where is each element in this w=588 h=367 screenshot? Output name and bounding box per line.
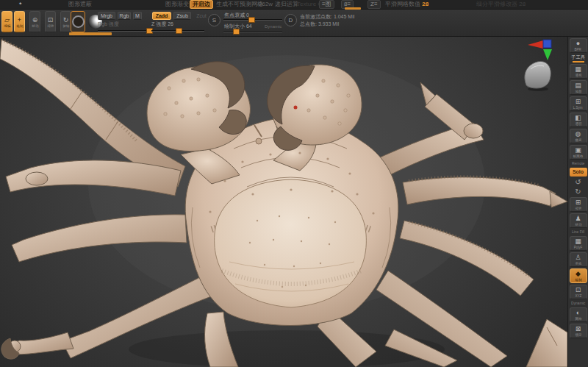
scale-icon: ⊡ <box>48 16 54 24</box>
mode-button-rotate[interactable]: ↻旋转 <box>60 11 71 32</box>
person-icon: ♟ <box>575 215 581 222</box>
frame-mesh-button[interactable]: ▣帧网格 <box>570 145 587 160</box>
draw-icon: + <box>18 16 21 24</box>
subtool-indicator-bar <box>573 61 584 63</box>
draw-size-slider[interactable] <box>223 29 282 33</box>
floor-grid-button[interactable]: ▤地面 <box>570 80 587 95</box>
top-strip: *图形遮蔽图形渐变开启边生成不可预测网格262w递归运算Texture Off≡… <box>0 0 588 10</box>
mode-button-move[interactable]: ⊕移动 <box>29 11 40 32</box>
axis-gizmo[interactable] <box>528 40 552 60</box>
strip-label-6: 细分平滑修改器 28 <box>476 1 526 8</box>
move-3d-button[interactable]: ♟移动 <box>570 213 587 228</box>
color-m-button[interactable]: M <box>133 12 142 20</box>
bpr-render-button[interactable]: ●BPR <box>570 38 587 53</box>
line-fill-label: Line Fill <box>572 229 584 234</box>
transpose-button[interactable]: ♙变换 <box>570 252 587 267</box>
cursor-marker <box>294 106 298 110</box>
tool-preview-thumbnail <box>525 61 551 91</box>
local-symmetry-button[interactable]: ⊞L.Sym <box>570 96 587 111</box>
top-shelf: ▱编辑+绘制⊕移动⊡缩放↻旋转 MrgbRgbM Rgb 强度 ZaddZsub… <box>0 10 588 37</box>
axis-origin-cube[interactable] <box>543 40 551 48</box>
mode-button-scale[interactable]: ⊡缩放 <box>45 11 56 32</box>
strip-label-2: 图形渐变 <box>165 1 189 8</box>
axes-icon: ⊞ <box>576 98 581 105</box>
z-intensity-label: Z 强度 26 <box>151 21 173 27</box>
lock-button[interactable]: ⊠锁定 <box>570 324 587 338</box>
strip-label-3: 生成不可预测网格 <box>216 1 263 8</box>
ghost-icon: ◍ <box>576 130 581 138</box>
strip-button-1[interactable]: ≡图 <box>319 0 334 9</box>
sculpt-zcut-button[interactable]: Zcut <box>193 12 209 20</box>
rotate-left-button[interactable]: ↺ <box>575 178 581 186</box>
rotate-right-button[interactable]: ↻ <box>575 188 581 196</box>
pen-icon: ◆ <box>576 270 581 277</box>
sphere2-icon: ◐ <box>576 309 580 316</box>
z-intensity-slider[interactable] <box>151 29 204 32</box>
sculpt-zadd-button[interactable]: Zadd <box>152 12 171 20</box>
dynamic-label: Dynamic <box>571 301 585 305</box>
floor-icon: ▤ <box>575 82 581 89</box>
strip-label-1: 图形遮蔽 <box>68 1 92 8</box>
sym-xyz-button[interactable]: ⊡XYZ <box>570 285 587 299</box>
solo-button[interactable]: Solo <box>570 168 587 177</box>
asterisk-icon[interactable]: * <box>19 1 22 8</box>
person2-icon: ♙ <box>575 254 581 261</box>
mesh-statistics: 当前激活点数: 1.045 Mil 总点数: 3.933 Mil <box>300 13 354 28</box>
brush-preview-icon <box>72 15 85 28</box>
scale-3d-button[interactable]: ⊞缩放 <box>570 197 587 212</box>
strip-label-4: 262w <box>259 1 273 8</box>
strip-smooth-label: 平滑网格数值 28 <box>385 1 429 8</box>
polyframe-button[interactable]: ▦PolyF <box>570 236 587 251</box>
ghostbox-icon: ◧ <box>575 114 581 121</box>
strip-button-2[interactable]: 8≡ <box>341 0 354 9</box>
lock-icon: ⊠ <box>576 325 581 332</box>
color-mrgb-button[interactable]: Mrgb <box>98 12 115 20</box>
axis-y-cone[interactable] <box>543 49 552 60</box>
strip-open-edges-button[interactable]: 开启边 <box>190 0 213 9</box>
active-brush-button[interactable]: ◆绘制 <box>570 268 587 283</box>
sphere-icon: ● <box>576 40 580 47</box>
grid2-icon: ▦ <box>575 238 581 245</box>
brush-selected-underline <box>69 32 112 35</box>
move-icon: ⊕ <box>32 16 38 24</box>
focal-shift-slider[interactable] <box>223 18 282 21</box>
total-points-stat: 总点数: 3.933 Mil <box>300 21 354 28</box>
rotate-icon: ↻ <box>63 16 69 24</box>
right-shelf: ●BPR子工具▦透视▤地面⊞L.Sym◧透明◍幽灵▣帧网格RemoteSolo↺… <box>567 37 588 367</box>
zbrush-window: *图形遮蔽图形渐变开启边生成不可预测网格262w递归运算Texture Off≡… <box>0 0 588 367</box>
sculpt-zsub-button[interactable]: Zsub <box>173 12 191 20</box>
strip-button-3[interactable]: Z≡ <box>368 0 381 9</box>
subtool-indicator[interactable]: 子工具 <box>571 54 586 63</box>
current-brush-button[interactable] <box>71 11 85 32</box>
ghost-transparency-button[interactable]: ◍幽灵 <box>570 129 587 143</box>
sculpt-mode-group: ZaddZsubZcut <box>152 12 209 20</box>
perspective-button[interactable]: ▦透视 <box>570 64 587 79</box>
remote-label: Remote <box>572 161 584 165</box>
rgb-intensity-label: Rgb 强度 <box>98 21 119 27</box>
dynamic-mode-button[interactable]: ◐网格 <box>570 307 587 322</box>
color-rgb-button[interactable]: Rgb <box>118 12 131 20</box>
dynamic-tag[interactable]: Dynamic <box>265 24 282 29</box>
rgb-intensity-slider[interactable] <box>98 29 151 32</box>
xyz-icon: ⊞ <box>576 199 581 206</box>
sculpt-canvas[interactable] <box>0 37 567 367</box>
stroke-curve-icon[interactable]: S <box>208 14 220 26</box>
xyzbox-icon: ⊡ <box>576 286 581 293</box>
frame-icon: ▣ <box>575 146 581 154</box>
mode-button-edit[interactable]: ▱编辑 <box>1 11 12 32</box>
depth-curve-icon[interactable]: D <box>284 14 297 26</box>
grid-icon: ▦ <box>575 65 581 73</box>
axis-x-cone[interactable] <box>528 40 543 49</box>
strip-label-5: 递归运算 <box>275 1 298 8</box>
active-points-stat: 当前激活点数: 1.045 Mil <box>300 13 354 21</box>
color-mode-group: MrgbRgbM <box>98 12 142 20</box>
edit-icon: ▱ <box>4 16 10 24</box>
crab-model[interactable] <box>0 37 567 367</box>
mode-button-draw[interactable]: +绘制 <box>14 11 25 32</box>
see-through-button[interactable]: ◧透明 <box>570 113 587 127</box>
